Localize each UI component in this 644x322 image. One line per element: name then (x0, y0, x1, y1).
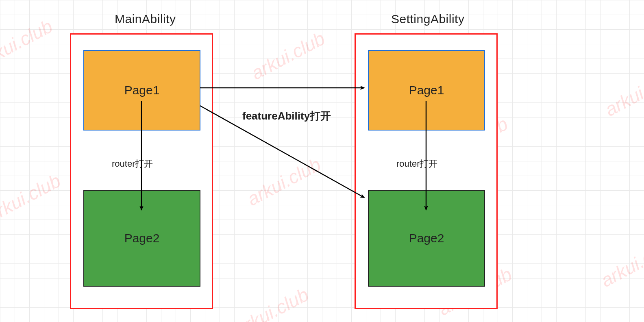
right-router-label: router打开 (396, 158, 437, 170)
left-router-label: router打开 (112, 158, 153, 170)
main-ability-container: Page1 Page2 (70, 33, 213, 309)
diagram-canvas: arkui.club arkui.club arkui.club arkui.c… (0, 0, 644, 322)
setting-page2-box: Page2 (368, 190, 485, 287)
setting-ability-title: SettingAbility (391, 12, 464, 26)
setting-page2-label: Page2 (409, 231, 444, 245)
setting-page1-box: Page1 (368, 50, 485, 131)
main-page2-label: Page2 (124, 231, 160, 245)
main-ability-title: MainAbility (115, 12, 176, 26)
feature-ability-label: featureAbility打开 (242, 109, 331, 123)
main-page1-label: Page1 (124, 83, 160, 97)
main-page2-box: Page2 (83, 190, 200, 287)
main-page1-box: Page1 (83, 50, 200, 131)
setting-ability-container: Page1 Page2 (355, 33, 498, 309)
setting-page1-label: Page1 (409, 83, 444, 97)
